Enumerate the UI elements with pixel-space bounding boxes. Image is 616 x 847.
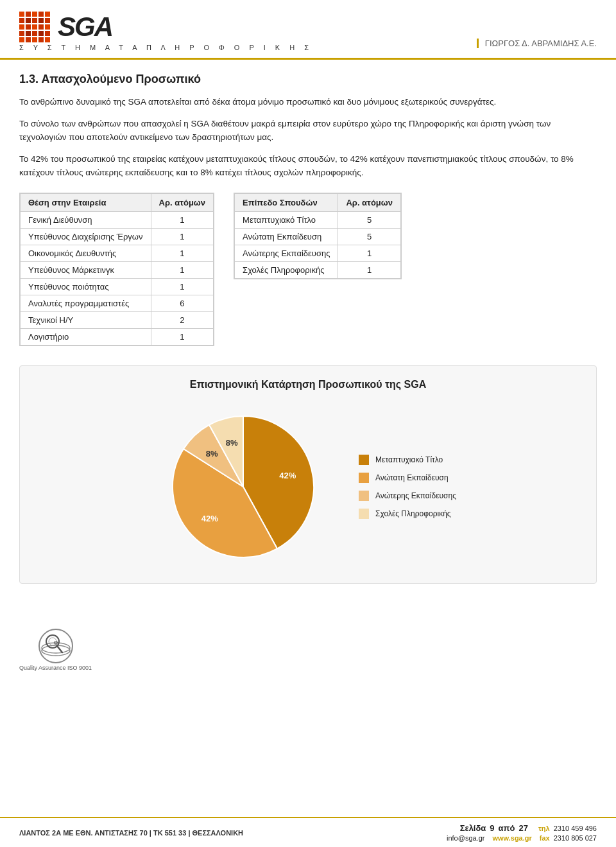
fax-label: fax (540, 834, 550, 842)
svg-text:Q: Q (53, 640, 57, 645)
pie-label-0: 42% (279, 471, 296, 480)
chart-title: Επιστημονική Κατάρτηση Προσωπικού της SG… (39, 379, 577, 390)
legend-color-2 (359, 491, 369, 501)
logo-sga: (function(){ // 5x5 grid with orange gra… (19, 12, 112, 42)
legend-color-3 (359, 509, 369, 519)
website: www.sga.gr (492, 834, 531, 842)
table-row: Λογιστήριο1 (21, 328, 214, 345)
logo-grid-icon: (function(){ // 5x5 grid with orange gra… (19, 12, 50, 42)
cert-quality-text: Quality Assurance ISO 9001 (19, 665, 92, 671)
legend-item: Ανώτερης Εκπαίδευσης (359, 491, 456, 501)
table-row: Ανώτατη Εκπαίδευση5 (235, 228, 401, 245)
section-title: 1.3. Απασχολούμενο Προσωπικό (19, 73, 597, 86)
paragraph-2: Το σύνολο των ανθρώπων που απασχολεί η S… (19, 117, 597, 144)
pie-label-1: 42% (201, 514, 218, 523)
tables-row: Θέση στην Εταιρεία Αρ. ατόμων Γενική Διε… (19, 193, 597, 346)
legend-label-2: Ανώτερης Εκπαίδευσης (375, 491, 456, 500)
legend-label-1: Ανώτατη Εκπαίδευση (375, 473, 449, 482)
table-row: Γενική Διεύθυνση1 (21, 211, 214, 228)
chart-legend: Μεταπτυχιακό ΤίτλοΑνώτατη ΕκπαίδευσηΑνώτ… (359, 455, 456, 519)
education-table: Επίπεδο Σπουδών Αρ. ατόμων Μεταπτυχιακό … (234, 193, 401, 279)
table2-col2-header: Αρ. ατόμων (338, 193, 401, 211)
cert-icon: Q (40, 630, 72, 662)
logo-area: (function(){ // 5x5 grid with orange gra… (19, 12, 312, 51)
company-name: ΓΙΩΡΓΟΣ Δ. ΑΒΡΑΜΙΔΗΣ Α.Ε. (477, 39, 597, 48)
footer-address: ΛΙΑΝΤΟΣ 2Α ΜΕ ΕΘΝ. ΑΝΤΙΣΤΑΣΗΣ 70 | ΤΚ 55… (19, 829, 243, 837)
legend-label-0: Μεταπτυχιακό Τίτλο (375, 455, 443, 464)
email: info@sga.gr (447, 834, 484, 842)
position-table-container: Θέση στην Εταιρεία Αρ. ατόμων Γενική Διε… (19, 193, 214, 346)
table2-col1-header: Επίπεδο Σπουδών (235, 193, 338, 211)
table1-col1-header: Θέση στην Εταιρεία (21, 193, 151, 211)
pie-label-3: 8% (226, 438, 238, 448)
paragraph-1: Το ανθρώπινο δυναμικό της SGA αποτελείτα… (19, 95, 597, 109)
table-row: Αναλυτές προγραμματιστές6 (21, 295, 214, 311)
cert-circle: Q (38, 629, 73, 663)
page-total: 27 (518, 823, 527, 833)
table-row: Οικονομικός Διευθυντής1 (21, 245, 214, 261)
legend-color-0 (359, 455, 369, 465)
fax-value: 2310 805 027 (554, 834, 597, 842)
tel-label: τηλ (538, 825, 550, 832)
cert-logo: Q Quality Assurance ISO 9001 (19, 629, 92, 671)
legend-item: Μεταπτυχιακό Τίτλο (359, 455, 456, 465)
chart-content: 42%42%8%8% Μεταπτυχιακό ΤίτλοΑνώτατη Εκπ… (39, 403, 577, 570)
legend-item: Σχολές Πληροφορικής (359, 509, 456, 519)
position-table: Θέση στην Εταιρεία Αρ. ατόμων Γενική Διε… (20, 193, 214, 345)
footer-contact-line2: info@sga.gr www.sga.gr fax 2310 805 027 (447, 834, 597, 842)
table-row: Σχολές Πληροφορικής1 (235, 261, 401, 278)
page-label: Σελίδα (460, 823, 486, 833)
table-row: Ανώτερης Εκπαίδευσης1 (235, 245, 401, 261)
main-content: 1.3. Απασχολούμενο Προσωπικό Το ανθρώπιν… (0, 60, 616, 609)
footer-contact: Σελίδα 9 από 27 τηλ 2310 459 496 info@sg… (447, 823, 597, 842)
logo-subtitle: Σ Υ Σ Τ Η Μ Α Τ Α Π Λ Η Ρ Ο Φ Ο Ρ Ι Κ Η … (19, 44, 312, 51)
footer-cert-area: Q Quality Assurance ISO 9001 (0, 622, 616, 677)
legend-color-1 (359, 473, 369, 483)
table-row: Τεχνικοί Η/Υ2 (21, 311, 214, 328)
page-separator: από (499, 823, 515, 833)
footer-page-line: Σελίδα 9 από 27 τηλ 2310 459 496 (460, 823, 597, 833)
pie-label-2: 8% (206, 449, 218, 458)
tel-value: 2310 459 496 (554, 825, 597, 832)
pie-chart: 42%42%8%8% (160, 403, 327, 570)
svg-line-4 (57, 646, 62, 652)
chart-container: Επιστημονική Κατάρτηση Προσωπικού της SG… (19, 365, 597, 584)
page-current: 9 (490, 823, 494, 833)
pie-svg: 42%42%8%8% (160, 403, 327, 570)
paragraph-3: Το 42% του προσωπικού της εταιρείας κατέ… (19, 152, 597, 180)
header: (function(){ // 5x5 grid with orange gra… (0, 0, 616, 60)
table-row: Υπεύθυνος Μάρκετινγκ1 (21, 261, 214, 278)
table-row: Υπεύθυνος Διαχείρισης Έργων1 (21, 228, 214, 245)
table-row: Μεταπτυχιακό Τίτλο5 (235, 211, 401, 228)
logo-text: SGA (58, 12, 112, 42)
education-table-container: Επίπεδο Σπουδών Αρ. ατόμων Μεταπτυχιακό … (234, 193, 402, 279)
bottom-bar: ΛΙΑΝΤΟΣ 2Α ΜΕ ΕΘΝ. ΑΝΤΙΣΤΑΣΗΣ 70 | ΤΚ 55… (0, 817, 616, 847)
legend-item: Ανώτατη Εκπαίδευση (359, 473, 456, 483)
legend-label-3: Σχολές Πληροφορικής (375, 509, 451, 518)
table1-col2-header: Αρ. ατόμων (151, 193, 214, 211)
table-row: Υπεύθυνος ποιότητας1 (21, 278, 214, 295)
